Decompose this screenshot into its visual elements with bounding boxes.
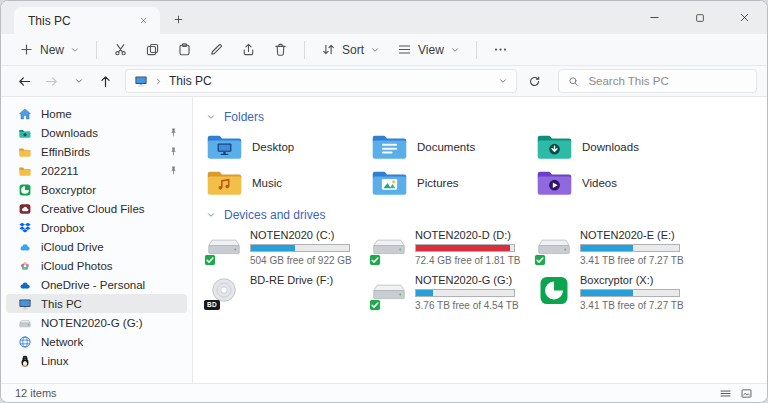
close-button[interactable]: [722, 1, 767, 34]
folder-name: Videos: [582, 177, 617, 189]
folder-tile-documents[interactable]: Documents: [371, 130, 536, 163]
copy-button[interactable]: [137, 37, 168, 62]
drive-icon-wrap: [206, 228, 242, 266]
drive-icon-wrap: [536, 273, 572, 311]
search-box[interactable]: [558, 69, 757, 93]
drive-tile-e[interactable]: NOTEN2020-E (E:) 3.41 TB free of 7.27 TB: [536, 228, 701, 266]
sidebar-item-this-pc[interactable]: This PC: [6, 294, 187, 313]
navigation-bar: This PC: [1, 66, 767, 97]
up-arrow-icon: [98, 74, 113, 89]
paste-icon: [177, 42, 192, 57]
drive-tile-f-bdre[interactable]: BD BD-RE Drive (F:): [206, 273, 371, 311]
new-button[interactable]: New: [11, 37, 88, 62]
sidebar-item-effinbirds[interactable]: EffinBirds: [6, 142, 187, 161]
folder-name: Downloads: [582, 141, 639, 153]
sidebar-item-linux[interactable]: Linux: [6, 351, 187, 370]
drive-tile-c[interactable]: NOTEN2020 (C:) 504 GB free of 922 GB: [206, 228, 371, 266]
capacity-bar-fill: [251, 245, 295, 251]
capacity-bar: [580, 289, 680, 297]
command-bar: New Sort View: [1, 34, 767, 66]
sidebar-item-202211[interactable]: 202211: [6, 161, 187, 180]
view-button[interactable]: View: [389, 37, 468, 62]
rename-button[interactable]: [201, 37, 232, 62]
sidebar-item-icloud-photos[interactable]: iCloud Photos: [6, 256, 187, 275]
chevron-down-icon[interactable]: [498, 76, 508, 86]
sidebar-item-icloud-drive[interactable]: iCloud Drive: [6, 237, 187, 256]
search-icon: [568, 75, 579, 88]
drive-icon-wrap: [371, 273, 407, 311]
drive-tile-g[interactable]: NOTEN2020-G (G:) 3.76 TB free of 4.54 TB: [371, 273, 536, 311]
sidebar-item-boxcryptor[interactable]: Boxcryptor: [6, 180, 187, 199]
music-folder-icon: [206, 168, 243, 197]
folder-tile-pictures[interactable]: Pictures: [371, 166, 536, 199]
capacity-bar-fill: [581, 290, 633, 296]
more-options-button[interactable]: [485, 37, 516, 62]
maximize-icon: [694, 12, 706, 24]
view-icon: [397, 42, 412, 57]
drive-free-space: 72.4 GB free of 1.81 TB: [415, 255, 520, 266]
recent-locations-button[interactable]: [65, 69, 92, 94]
sidebar-item-creative-cloud-files[interactable]: Creative Cloud Files: [6, 199, 187, 218]
drive-tile-d[interactable]: NOTEN2020-D (D:) 72.4 GB free of 1.81 TB: [371, 228, 536, 266]
trash-icon: [273, 42, 288, 57]
copy-icon: [145, 42, 160, 57]
folder-tile-desktop[interactable]: Desktop: [206, 130, 371, 163]
sidebar-item-label: Home: [41, 108, 179, 120]
sidebar-item-network[interactable]: Network: [6, 332, 187, 351]
folder-tile-downloads[interactable]: Downloads: [536, 130, 701, 163]
search-input[interactable]: [586, 74, 747, 88]
drive-name: NOTEN2020-E (E:): [580, 229, 684, 241]
network-globe-icon: [18, 335, 32, 349]
status-bar: 12 items: [1, 383, 767, 402]
up-button[interactable]: [92, 69, 119, 94]
folders-grid: Desktop Documents Downloads Music Pictur…: [206, 130, 767, 202]
capacity-bar-fill: [416, 290, 433, 296]
sidebar-item-dropbox[interactable]: Dropbox: [6, 218, 187, 237]
address-bar[interactable]: This PC: [125, 69, 517, 93]
creative-cloud-icon: [18, 202, 32, 216]
plus-icon: [19, 42, 34, 57]
cut-button[interactable]: [105, 37, 136, 62]
back-button[interactable]: [11, 69, 38, 94]
devices-section-header[interactable]: Devices and drives: [206, 206, 767, 223]
folder-tile-videos[interactable]: Videos: [536, 166, 701, 199]
tab-title: This PC: [28, 14, 134, 28]
delete-button[interactable]: [265, 37, 296, 62]
sidebar-item-downloads[interactable]: Downloads: [6, 123, 187, 142]
sidebar-item-label: This PC: [41, 298, 179, 310]
forward-arrow-icon: [44, 74, 59, 89]
file-explorer-window: This PC New Sort View: [0, 0, 768, 403]
refresh-button[interactable]: [521, 69, 548, 94]
plus-icon: [173, 14, 184, 25]
folder-tile-music[interactable]: Music: [206, 166, 371, 199]
details-view-icon[interactable]: [719, 387, 732, 400]
ellipsis-icon: [493, 42, 508, 57]
drive-icon-wrap: [371, 228, 407, 266]
drive-icon-wrap: [536, 228, 572, 266]
minimize-button[interactable]: [632, 1, 677, 34]
sidebar-item-home[interactable]: Home: [6, 104, 187, 123]
toolbar-divider: [304, 41, 305, 59]
pin-icon: [168, 165, 179, 176]
folder-icon: [18, 145, 32, 159]
paste-button[interactable]: [169, 37, 200, 62]
tab-this-pc[interactable]: This PC: [14, 7, 160, 34]
maximize-button[interactable]: [677, 1, 722, 34]
share-button[interactable]: [233, 37, 264, 62]
new-tab-button[interactable]: [166, 7, 190, 31]
drive-info: NOTEN2020-E (E:) 3.41 TB free of 7.27 TB: [580, 228, 684, 266]
sidebar-item-onedrive[interactable]: OneDrive - Personal: [6, 275, 187, 294]
breadcrumb-location[interactable]: This PC: [169, 74, 212, 88]
sidebar-item-label: iCloud Photos: [41, 260, 179, 272]
pictures-folder-icon: [371, 168, 408, 197]
drive-tile-x-boxcryptor[interactable]: Boxcryptor (X:) 3.41 TB free of 7.27 TB: [536, 273, 701, 311]
drive-free-space: 3.41 TB free of 7.27 TB: [580, 255, 684, 266]
sort-button[interactable]: Sort: [313, 37, 388, 62]
close-icon: [139, 16, 148, 25]
tab-close-button[interactable]: [134, 12, 152, 30]
forward-button[interactable]: [38, 69, 65, 94]
thumbnails-view-icon[interactable]: [740, 387, 753, 400]
sidebar-item-noten2020-g[interactable]: NOTEN2020-G (G:): [6, 313, 187, 332]
folders-section-header[interactable]: Folders: [206, 108, 767, 125]
sidebar-item-label: Network: [41, 336, 179, 348]
